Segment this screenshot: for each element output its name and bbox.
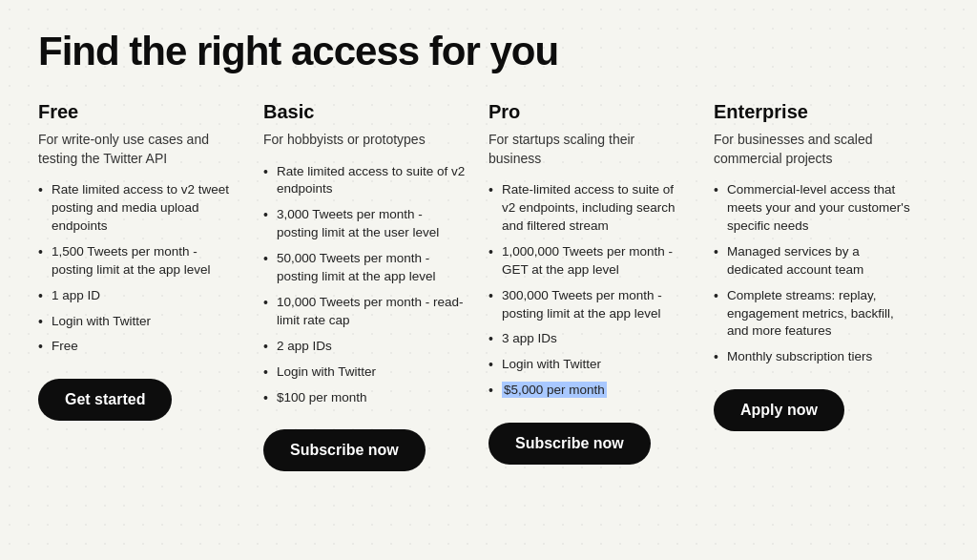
plan-description-basic: For hobbyists or prototypes: [263, 131, 466, 150]
list-item: 3 app IDs: [488, 330, 691, 348]
page-wrapper: Find the right access for you FreeFor wr…: [38, 29, 939, 490]
list-item: Login with Twitter: [38, 313, 240, 331]
list-item: Rate-limited access to suite of v2 endpo…: [488, 181, 691, 236]
plan-column-pro: ProFor startups scaling their businessRa…: [488, 101, 714, 490]
list-item: Free: [38, 338, 240, 356]
list-item: 50,000 Tweets per month - posting limit …: [263, 250, 466, 286]
list-item: 2 app IDs: [263, 338, 466, 356]
cta-button-pro[interactable]: Subscribe now: [488, 423, 651, 465]
features-list-basic: Rate limited access to suite of v2 endpo…: [263, 163, 466, 407]
plan-description-free: For write-only use cases and testing the…: [38, 131, 240, 168]
list-item: 1,500 Tweets per month - posting limit a…: [38, 243, 240, 280]
cta-button-basic[interactable]: Subscribe now: [263, 429, 426, 471]
list-item: Rate limited access to suite of v2 endpo…: [263, 163, 466, 199]
features-list-enterprise: Commercial-level access that meets your …: [714, 181, 916, 366]
plan-description-pro: For startups scaling their business: [488, 131, 691, 168]
list-item: 10,000 Tweets per month - read-limit rat…: [263, 294, 466, 330]
list-item: Complete streams: replay, engagement met…: [714, 287, 916, 342]
page-title: Find the right access for you: [38, 29, 939, 74]
features-list-pro: Rate-limited access to suite of v2 endpo…: [488, 181, 691, 400]
features-list-free: Rate limited access to v2 tweet posting …: [38, 181, 240, 356]
list-item: 3,000 Tweets per month - posting limit a…: [263, 206, 466, 242]
list-item: Managed services by a dedicated account …: [714, 243, 916, 280]
list-item: Monthly subscription tiers: [714, 348, 916, 366]
list-item: 1 app ID: [38, 287, 240, 305]
plans-grid: FreeFor write-only use cases and testing…: [38, 101, 939, 490]
list-item: $5,000 per month: [488, 382, 691, 400]
plan-description-enterprise: For businesses and scaled commercial pro…: [714, 131, 916, 168]
plan-name-free: Free: [38, 101, 240, 123]
list-item: 1,000,000 Tweets per month - GET at the …: [488, 243, 691, 280]
plan-column-enterprise: EnterpriseFor businesses and scaled comm…: [714, 101, 939, 490]
plan-column-basic: BasicFor hobbyists or prototypesRate lim…: [263, 101, 488, 490]
list-item: 300,000 Tweets per month - posting limit…: [488, 287, 691, 323]
list-item: Login with Twitter: [488, 356, 691, 374]
plan-name-pro: Pro: [488, 101, 691, 123]
list-item: Rate limited access to v2 tweet posting …: [38, 181, 240, 236]
plan-name-enterprise: Enterprise: [714, 101, 916, 123]
list-item: $100 per month: [263, 389, 466, 407]
plan-column-free: FreeFor write-only use cases and testing…: [38, 101, 263, 490]
cta-button-free[interactable]: Get started: [38, 379, 172, 421]
plan-name-basic: Basic: [263, 101, 466, 123]
cta-button-enterprise[interactable]: Apply now: [714, 389, 844, 431]
list-item: Commercial-level access that meets your …: [714, 181, 916, 236]
list-item: Login with Twitter: [263, 363, 466, 382]
